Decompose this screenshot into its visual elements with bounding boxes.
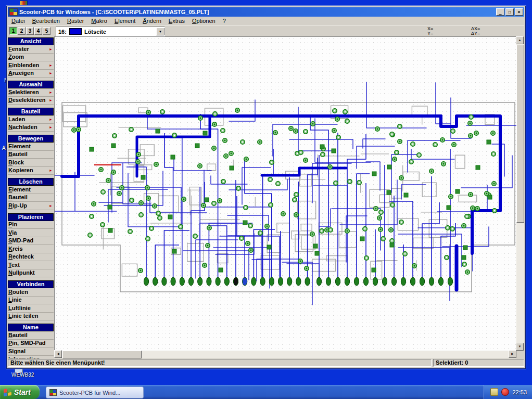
scrollbar-corner [516, 351, 524, 358]
sidebar-item-label: SMD-Pad [8, 237, 33, 244]
sidebar-item-via[interactable]: Via [8, 229, 54, 237]
taskbar: Start Scooter-PCB für Wind... 22:53 [0, 385, 532, 399]
sidebar-item-label: Block [8, 159, 24, 166]
sidebar-item-deselektieren[interactable]: Deselektieren► [8, 97, 54, 105]
sidebar-item-label: Nachladen [8, 124, 37, 131]
status-bar: Bitte wählen Sie einen Menüpunkt! Selekt… [8, 358, 524, 367]
page-button-3[interactable]: 3 [26, 27, 34, 35]
windows-flag-icon [4, 388, 11, 396]
layer-name: Lötseite [84, 29, 156, 35]
sidebar-item-selektieren[interactable]: Selektieren► [8, 88, 54, 97]
sidebar-section-plazieren: Plazieren [8, 213, 54, 221]
submenu-arrow-icon: ► [49, 118, 53, 121]
sidebar-item-text[interactable]: Text [8, 261, 54, 269]
sidebar-item-block[interactable]: Block [8, 159, 54, 167]
submenu-arrow-icon: ► [49, 91, 53, 94]
minimize-button[interactable]: _ [496, 8, 504, 16]
sidebar-item-zoom[interactable]: Zoom [8, 54, 54, 62]
sidebar-item-pin-smd-pad[interactable]: Pin, SMD-Pad [8, 340, 54, 348]
menu-item-ndern[interactable]: Ändern [139, 17, 164, 24]
desktop-icon-partial-label-2: A [2, 145, 6, 151]
submenu-arrow-icon: ► [49, 47, 53, 51]
sidebar-item-fenster[interactable]: Fenster► [8, 45, 54, 54]
sidebar-item-label: Pin [8, 221, 17, 228]
sidebar-item-label: Kreis [8, 246, 23, 252]
menu-item-raster[interactable]: Raster [64, 17, 87, 24]
sidebar-item-smd-pad[interactable]: SMD-Pad [8, 237, 54, 246]
sidebar-item-nachladen[interactable]: Nachladen► [8, 124, 54, 132]
submenu-arrow-icon: ► [49, 71, 53, 75]
sidebar-item-label: Einblenden [8, 62, 39, 69]
tray-icon-red[interactable] [501, 388, 509, 396]
status-message: Bitte wählen Sie einen Menüpunkt! [8, 359, 432, 367]
menu-item-datei[interactable]: Datei [8, 17, 29, 24]
vertical-scroll-thumb[interactable] [516, 45, 524, 223]
sidebar: AnsichtFenster►ZoomEinblenden►Anzeigen►A… [8, 36, 54, 358]
sidebar-item-kreis[interactable]: Kreis [8, 245, 54, 253]
sidebar-item-element[interactable]: Element [8, 143, 54, 151]
tray-icon-yellow[interactable] [490, 388, 498, 396]
sidebar-item-laden[interactable]: Laden► [8, 115, 54, 124]
title-bar[interactable]: Scooter-PCB für Windows - [C:\SCOOTER\PL… [8, 7, 524, 17]
page-button-1[interactable]: 1 [9, 27, 17, 35]
sidebar-item-linie[interactable]: Linie [8, 297, 54, 305]
menu-item-optionen[interactable]: Optionen [188, 17, 219, 24]
menu-item-makro[interactable]: Makro [87, 17, 111, 24]
chevron-down-icon[interactable]: ▼ [156, 28, 164, 35]
sidebar-item-label: Bauteil [8, 194, 28, 201]
sidebar-item-nullpunkt[interactable]: Nullpunkt [8, 269, 54, 278]
sidebar-section-verbinden: Verbinden [8, 280, 54, 288]
sidebar-item-label: Pin, SMD-Pad [8, 340, 46, 346]
sidebar-section-ansicht: Ansicht [8, 37, 54, 45]
sidebar-item-einblenden[interactable]: Einblenden► [8, 61, 54, 70]
horizontal-scroll-thumb[interactable] [62, 351, 142, 358]
layer-select[interactable]: 16: Lötseite ▼ [56, 27, 165, 36]
sidebar-item-bauteil[interactable]: Bauteil [8, 194, 54, 202]
sidebar-item-routen[interactable]: Routen [8, 288, 54, 297]
menu-item-bearbeiten[interactable]: Bearbeiten [29, 17, 64, 24]
sidebar-item-bauteil[interactable]: Bauteil [8, 331, 54, 340]
sidebar-item-label: Kopieren [8, 167, 33, 174]
sidebar-item-rechteck[interactable]: Rechteck [8, 253, 54, 262]
sidebar-item-label: Luftlinie [8, 305, 31, 312]
sidebar-item-label: Fenster [8, 46, 29, 53]
sidebar-section-l-schen: Löschen [8, 178, 54, 186]
scroll-right-button[interactable]: ▶ [509, 350, 516, 358]
start-button[interactable]: Start [0, 385, 40, 399]
vertical-scrollbar[interactable]: ▲ ▼ [516, 36, 524, 351]
task-button-scooter-pcb[interactable]: Scooter-PCB für Wind... [46, 387, 144, 398]
start-label: Start [14, 388, 31, 396]
sidebar-item-rip-up[interactable]: Rip-Up► [8, 202, 54, 210]
scroll-down-button[interactable]: ▼ [516, 343, 524, 351]
sidebar-item-pin[interactable]: Pin [8, 221, 54, 229]
sidebar-item-label: Element [8, 186, 31, 193]
scroll-left-button[interactable]: ◀ [54, 350, 62, 358]
sidebar-item-signal[interactable]: Signal [8, 347, 54, 356]
menu-item-?[interactable]: ? [219, 17, 230, 24]
page-button-2[interactable]: 2 [18, 27, 26, 35]
page-button-5[interactable]: 5 [43, 27, 50, 35]
sidebar-item-element[interactable]: Element [8, 186, 54, 194]
desktop-icon-wewb32[interactable]: WEWB32 [11, 372, 34, 378]
pcb-drawing [55, 37, 517, 351]
coordinate-display-delta: ΔX= ΔY= [471, 27, 480, 36]
page-button-4[interactable]: 4 [34, 27, 42, 35]
close-button[interactable]: × [515, 8, 523, 16]
pcb-canvas[interactable] [54, 36, 517, 351]
menu-item-element[interactable]: Element [111, 17, 139, 24]
sidebar-item-anzeigen[interactable]: Anzeigen► [8, 70, 54, 78]
sidebar-section-bauteil: Bauteil [8, 108, 54, 115]
horizontal-scrollbar[interactable]: ◀ ▶ [54, 351, 516, 358]
submenu-arrow-icon: ► [49, 204, 53, 208]
sidebar-item-label: Deselektieren [8, 97, 46, 104]
menu-item-extras[interactable]: Extras [165, 17, 188, 24]
sidebar-item-label: Element [8, 143, 31, 150]
maximize-button[interactable]: ❐ [505, 8, 514, 16]
sidebar-item-linie-teilen[interactable]: Linie teilen [8, 313, 54, 321]
sidebar-item-bauteil[interactable]: Bauteil [8, 151, 54, 159]
sidebar-item-kopieren[interactable]: Kopieren► [8, 167, 54, 175]
coord-y-label: Y= [427, 31, 433, 36]
scroll-up-button[interactable]: ▲ [516, 36, 524, 44]
sidebar-section-name: Name [8, 324, 54, 331]
sidebar-item-luftlinie[interactable]: Luftlinie [8, 304, 54, 313]
